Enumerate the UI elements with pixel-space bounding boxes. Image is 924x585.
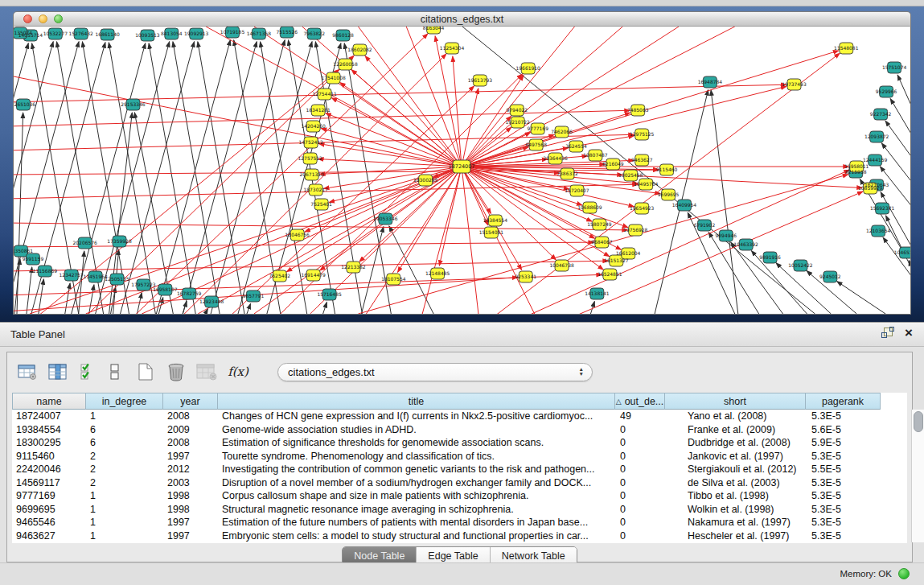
row-layout-icon[interactable] <box>105 361 125 382</box>
cell-in_degree[interactable]: 2 <box>86 450 163 463</box>
table-row[interactable]: 946554611997Estimation of the future num… <box>12 516 907 529</box>
table-scrollbar[interactable] <box>911 410 924 542</box>
column-header-year[interactable]: year <box>163 393 218 410</box>
cell-title[interactable]: Genome-wide association studies in ADHD. <box>218 423 615 437</box>
delete-table-icon[interactable] <box>196 361 217 382</box>
cell-short[interactable]: Dudbridge et al. (2008) <box>665 436 806 450</box>
cell-in_degree[interactable]: 1 <box>86 529 163 543</box>
cell-short[interactable]: Wolkin et al. (1998) <box>665 503 806 517</box>
cell-out_degree[interactable]: 0 <box>615 529 665 543</box>
table-row[interactable]: 969969511998Structural magnetic resonanc… <box>12 503 907 517</box>
cell-title[interactable]: Estimation of the future numbers of pati… <box>218 516 615 529</box>
cell-out_degree[interactable]: 0 <box>615 516 665 529</box>
cell-name[interactable]: 18724007 <box>12 410 86 423</box>
table-row[interactable]: 946362711997Embryonic stem cells: a mode… <box>12 529 907 543</box>
cell-title[interactable]: Changes of HCN gene expression and I(f) … <box>218 410 615 423</box>
cell-pagerank[interactable]: 5.3E-5 <box>806 476 881 490</box>
column-header-name[interactable]: name <box>12 393 86 410</box>
cell-year[interactable]: 1997 <box>163 450 218 463</box>
table-row[interactable]: 1456911722003Disruption of a novel membe… <box>12 476 907 490</box>
delete-column-icon[interactable] <box>166 361 187 382</box>
close-window-button[interactable] <box>23 14 32 23</box>
cell-pagerank[interactable]: 5.3E-5 <box>806 503 881 517</box>
cell-short[interactable]: Hescheler et al. (1997) <box>665 529 806 543</box>
cell-name[interactable]: 9463627 <box>12 529 86 543</box>
cell-title[interactable]: Tourette syndrome. Phenomenology and cla… <box>218 450 615 463</box>
cell-out_degree[interactable]: 0 <box>615 450 665 463</box>
cell-year[interactable]: 1998 <box>163 503 218 517</box>
cell-pagerank[interactable]: 5.3E-5 <box>806 489 881 503</box>
table-select-dropdown[interactable]: citations_edges.txt ▲▼ <box>277 363 593 381</box>
cell-year[interactable]: 2008 <box>163 410 218 423</box>
cell-pagerank[interactable]: 5.6E-5 <box>806 423 881 437</box>
table-row[interactable]: 911546021997Tourette syndrome. Phenomeno… <box>12 450 907 463</box>
cell-pagerank[interactable]: 5.5E-5 <box>806 463 881 476</box>
cell-in_degree[interactable]: 2 <box>86 476 163 490</box>
table-row[interactable]: 1872400712008Changes of HCN gene express… <box>12 410 907 423</box>
show-columns-icon[interactable] <box>47 361 68 382</box>
cell-out_degree[interactable]: 0 <box>615 463 665 476</box>
cell-short[interactable]: Yano et al. (2008) <box>665 410 806 423</box>
cell-short[interactable]: Franke et al. (2009) <box>665 423 806 437</box>
cell-pagerank[interactable]: 5.3E-5 <box>806 410 881 423</box>
cell-in_degree[interactable]: 6 <box>86 423 163 437</box>
cell-title[interactable]: Disruption of a novel member of a sodium… <box>218 476 615 490</box>
cell-in_degree[interactable]: 1 <box>86 410 163 423</box>
cell-short[interactable]: Stergiakouli et al. (2012) <box>665 463 806 476</box>
column-header-title[interactable]: title <box>218 393 615 410</box>
cell-in_degree[interactable]: 1 <box>86 516 163 529</box>
column-header-short[interactable]: short <box>665 393 806 410</box>
float-panel-icon[interactable] <box>881 327 893 339</box>
function-builder-icon[interactable]: f(x) <box>228 361 248 382</box>
select-rows-icon[interactable] <box>78 361 99 382</box>
cell-title[interactable]: Estimation of significance thresholds fo… <box>218 436 615 450</box>
cell-name[interactable]: 19384554 <box>12 423 86 437</box>
cell-name[interactable]: 22420046 <box>12 463 86 476</box>
cell-year[interactable]: 2012 <box>163 463 218 476</box>
cell-short[interactable]: Jankovic et al. (1997) <box>665 450 806 463</box>
cell-out_degree[interactable]: 49 <box>615 410 665 423</box>
table-settings-icon[interactable] <box>17 361 38 382</box>
column-header-out_degree[interactable]: △out_de... <box>615 393 665 410</box>
cell-year[interactable]: 2009 <box>163 423 218 437</box>
minimize-window-button[interactable] <box>39 14 47 23</box>
cell-short[interactable]: Tibbo et al. (1998) <box>665 489 806 503</box>
cell-pagerank[interactable]: 5.3E-5 <box>806 516 881 529</box>
table-row[interactable]: 2242004622012Investigating the contribut… <box>12 463 907 476</box>
cell-title[interactable]: Structural magnetic resonance image aver… <box>218 503 615 517</box>
cell-out_degree[interactable]: 0 <box>615 436 665 450</box>
zoom-window-button[interactable] <box>54 14 63 23</box>
cell-name[interactable]: 14569117 <box>12 476 86 490</box>
table-row[interactable]: 1938455462009Genome-wide association stu… <box>12 423 907 437</box>
cell-name[interactable]: 9465546 <box>12 516 86 529</box>
cell-out_degree[interactable]: 0 <box>615 476 665 490</box>
cell-in_degree[interactable]: 2 <box>86 463 163 476</box>
cell-short[interactable]: Nakamura et al. (1997) <box>665 516 806 529</box>
cell-name[interactable]: 9699695 <box>12 503 86 517</box>
cell-name[interactable]: 9115460 <box>12 450 86 463</box>
cell-short[interactable]: de Silva et al. (2003) <box>665 476 806 490</box>
column-header-pagerank[interactable]: pagerank <box>806 393 881 410</box>
citation-graph[interactable]: 1405571410532277152764321686114010093513… <box>14 27 910 314</box>
close-panel-icon[interactable]: × <box>905 327 913 339</box>
column-header-in_degree[interactable]: in_degree <box>86 393 163 410</box>
cell-pagerank[interactable]: 5.3E-5 <box>806 450 881 463</box>
cell-in_degree[interactable]: 1 <box>86 489 163 503</box>
cell-out_degree[interactable]: 0 <box>615 489 665 503</box>
cell-in_degree[interactable]: 6 <box>86 436 163 450</box>
table-row[interactable]: 977716911998Corpus callosum shape and si… <box>12 489 907 503</box>
scrollbar-thumb[interactable] <box>914 411 923 432</box>
cell-out_degree[interactable]: 0 <box>615 503 665 517</box>
cell-pagerank[interactable]: 5.3E-5 <box>806 529 881 543</box>
network-window-titlebar[interactable]: citations_edges.txt <box>13 11 911 27</box>
cell-title[interactable]: Corpus callosum shape and size in male p… <box>218 489 615 503</box>
cell-year[interactable]: 1997 <box>163 529 218 543</box>
cell-name[interactable]: 18300295 <box>12 436 86 450</box>
table-row[interactable]: 1830029562008Estimation of significance … <box>12 436 907 450</box>
cell-title[interactable]: Investigating the contribution of common… <box>218 463 615 476</box>
cell-title[interactable]: Embryonic stem cells: a model to study s… <box>218 529 615 543</box>
cell-pagerank[interactable]: 5.9E-5 <box>806 436 881 450</box>
cell-in_degree[interactable]: 1 <box>86 503 163 517</box>
cell-year[interactable]: 1997 <box>163 516 218 529</box>
network-canvas[interactable]: 1405571410532277152764321686114010093513… <box>13 27 911 315</box>
